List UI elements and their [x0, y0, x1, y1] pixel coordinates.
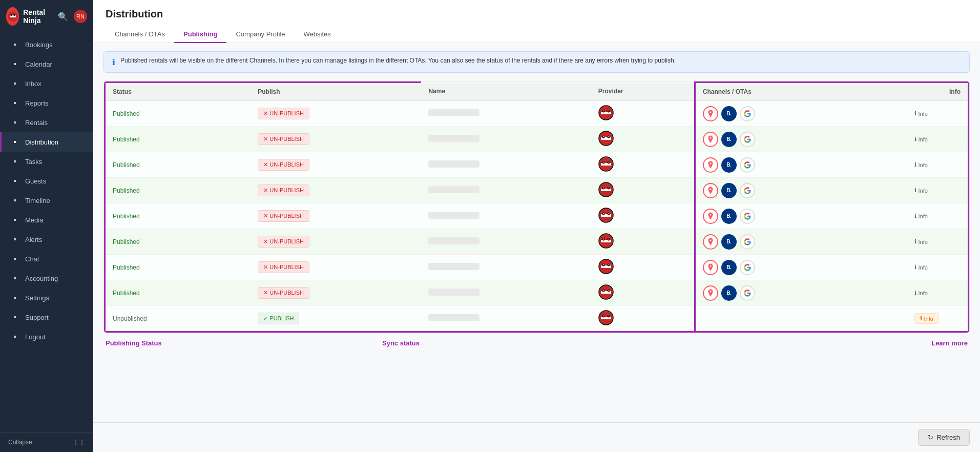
booking-icon: B.	[721, 285, 737, 301]
svg-point-8	[603, 111, 604, 112]
sidebar-item-support[interactable]: ▪ Support	[0, 307, 93, 327]
unpublish-button[interactable]: ✕ UN-PUBLISH	[258, 261, 309, 273]
tab-bar: Channels / OTAs Publishing Company Profi…	[106, 26, 968, 43]
sidebar-item-label: Alerts	[25, 236, 42, 243]
sidebar-item-label: Bookings	[25, 41, 52, 49]
sidebar-item-tasks[interactable]: ▪ Tasks	[0, 152, 93, 171]
rental-name	[428, 212, 479, 219]
sidebar-item-chat[interactable]: ▪ Chat	[0, 249, 93, 269]
svg-rect-35	[601, 240, 611, 242]
user-menu-button[interactable]: RN	[74, 10, 87, 23]
learn-more-annotation: Learn more	[931, 339, 968, 347]
unpublish-button[interactable]: ✕ UN-PUBLISH	[258, 159, 309, 171]
col-info: Info	[907, 83, 969, 101]
sidebar-item-media[interactable]: ▪ Media	[0, 210, 93, 230]
channel-icons-group: B.	[703, 106, 900, 121]
distribution-icon: ▪	[10, 137, 20, 147]
info-button[interactable]: ℹ Info	[914, 110, 928, 117]
sidebar: Rental Ninja 🔍 RN ▪ Bookings ▪ Calendar …	[0, 0, 93, 452]
sidebar-item-timeline[interactable]: ▪ Timeline	[0, 191, 93, 210]
tab-company-profile[interactable]: Company Profile	[226, 26, 294, 43]
publish-button[interactable]: ✓ PUBLISH	[258, 313, 299, 324]
info-button[interactable]: ℹ Info	[914, 136, 928, 142]
channel-icons-group: B.	[703, 157, 900, 173]
col-name: Name	[421, 83, 591, 101]
collapse-label: Collapse	[8, 439, 32, 446]
data-table: Status Publish Name Provider Channels / …	[104, 81, 969, 333]
search-button[interactable]: 🔍	[56, 10, 70, 23]
support-icon: ▪	[10, 313, 20, 322]
page-title: Distribution	[106, 8, 968, 20]
svg-point-50	[603, 290, 604, 291]
svg-point-32	[603, 213, 604, 214]
airbnb-icon	[703, 285, 718, 301]
tab-publishing[interactable]: Publishing	[174, 26, 226, 43]
info-button[interactable]: ℹ Info	[914, 187, 928, 194]
topbar: Distribution Channels / OTAs Publishing …	[93, 0, 980, 43]
channel-icons-group: B.	[703, 209, 900, 224]
info-button[interactable]: ℹ Info	[914, 264, 928, 271]
status-badge: Published	[113, 290, 140, 297]
info-icon: ℹ	[914, 161, 916, 168]
refresh-button[interactable]: ↻ Refresh	[918, 429, 970, 446]
svg-point-14	[603, 136, 604, 137]
sidebar-item-label: Distribution	[25, 138, 58, 146]
tab-websites[interactable]: Websites	[295, 26, 340, 43]
svg-point-38	[603, 239, 604, 240]
channel-icons-group: B.	[703, 285, 900, 301]
info-button[interactable]: ℹ Info	[914, 313, 939, 324]
chat-icon: ▪	[10, 254, 20, 263]
svg-rect-23	[601, 189, 611, 191]
booking-icon: B.	[721, 209, 737, 224]
info-banner: ℹ Published rentals will be visible on t…	[103, 51, 970, 73]
calendar-icon: ▪	[10, 59, 20, 69]
sidebar-item-distribution[interactable]: ▪ Distribution	[0, 132, 93, 152]
tab-channels[interactable]: Channels / OTAs	[106, 26, 174, 43]
sidebar-item-accounting[interactable]: ▪ Accounting	[0, 269, 93, 288]
booking-icon: B.	[721, 234, 737, 250]
sidebar-item-inbox[interactable]: ▪ Inbox	[0, 74, 93, 93]
table-row: Published✕ UN-PUBLISH B. ℹ Info	[105, 280, 969, 306]
unpublish-button[interactable]: ✕ UN-PUBLISH	[258, 133, 309, 145]
settings-icon: ▪	[10, 293, 20, 302]
sidebar-item-bookings[interactable]: ▪ Bookings	[0, 35, 93, 54]
provider-avatar	[598, 182, 687, 199]
sidebar-item-label: Media	[25, 216, 43, 224]
table-row: Published✕ UN-PUBLISH B. ℹ Info	[105, 152, 969, 178]
info-icon: ℹ	[914, 264, 916, 271]
unpublish-button[interactable]: ✕ UN-PUBLISH	[258, 108, 309, 119]
status-badge: Published	[113, 264, 140, 271]
sidebar-item-alerts[interactable]: ▪ Alerts	[0, 230, 93, 249]
collapse-button[interactable]: Collapse ⋮⋮	[0, 432, 93, 452]
channel-icons-group: B.	[703, 183, 900, 198]
sidebar-item-rentals[interactable]: ▪ Rentals	[0, 113, 93, 132]
svg-point-27	[608, 188, 609, 189]
sidebar-item-label: Accounting	[25, 275, 58, 282]
info-button[interactable]: ℹ Info	[914, 238, 928, 245]
info-button[interactable]: ℹ Info	[914, 290, 928, 296]
sidebar-item-settings[interactable]: ▪ Settings	[0, 288, 93, 307]
sidebar-item-calendar[interactable]: ▪ Calendar	[0, 54, 93, 74]
logout-icon: ▪	[10, 332, 20, 341]
provider-avatar	[598, 310, 687, 327]
unpublish-button[interactable]: ✕ UN-PUBLISH	[258, 287, 309, 299]
annotations-row: Publishing Status Sync status Learn more	[103, 338, 970, 347]
svg-rect-17	[601, 163, 611, 166]
google-icon	[740, 209, 755, 224]
sidebar-item-reports[interactable]: ▪ Reports	[0, 93, 93, 113]
unpublish-button[interactable]: ✕ UN-PUBLISH	[258, 236, 309, 248]
sidebar-item-logout[interactable]: ▪ Logout	[0, 327, 93, 346]
airbnb-icon	[703, 106, 718, 121]
unpublish-button[interactable]: ✕ UN-PUBLISH	[258, 184, 309, 196]
info-button[interactable]: ℹ Info	[914, 213, 928, 219]
table-row: Published✕ UN-PUBLISH B. ℹ Info	[105, 203, 969, 229]
bookings-icon: ▪	[10, 40, 20, 49]
provider-avatar	[598, 233, 687, 250]
sidebar-item-label: Guests	[25, 177, 46, 185]
unpublish-button[interactable]: ✕ UN-PUBLISH	[258, 210, 309, 222]
svg-point-51	[608, 290, 609, 291]
svg-point-9	[608, 111, 609, 112]
sidebar-item-guests[interactable]: ▪ Guests	[0, 171, 93, 191]
status-badge: Published	[113, 238, 140, 245]
info-button[interactable]: ℹ Info	[914, 161, 928, 168]
